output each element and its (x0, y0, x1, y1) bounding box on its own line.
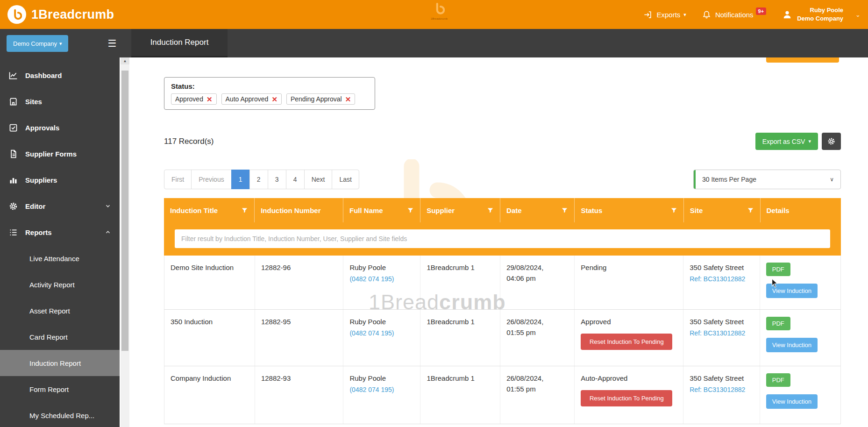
sidebar: Dashboard Sites Approvals Supplier Forms… (0, 57, 120, 427)
status-chip-pending-approval: Pending Approval ✕ (286, 93, 355, 105)
remove-chip-icon[interactable]: ✕ (345, 96, 351, 103)
cell-supplier: 1Breadcrumb 1 (420, 366, 500, 424)
pagination-page-3[interactable]: 3 (268, 170, 286, 189)
sidebar-item-asset-report[interactable]: Asset Report (0, 298, 120, 324)
tab-induction-report[interactable]: Induction Report (131, 29, 228, 57)
filter-icon[interactable] (241, 207, 248, 214)
remove-chip-icon[interactable]: ✕ (206, 96, 213, 103)
sidebar-item-sites[interactable]: Sites (0, 88, 120, 114)
sidebar-item-editor[interactable]: Editor (0, 193, 120, 219)
sidebar-item-form-report[interactable]: Form Report (0, 376, 120, 402)
pagination-page-1[interactable]: 1 (231, 170, 250, 189)
reset-induction-button[interactable]: Reset Induction To Pending (581, 390, 672, 407)
column-label: Site (690, 206, 703, 214)
column-date: Date (500, 198, 575, 222)
sidebar-item-live-attendance[interactable]: Live Attendance (0, 245, 120, 271)
site-ref-link[interactable]: Ref: BC313012882 (690, 328, 745, 338)
table-settings-button[interactable] (822, 133, 841, 150)
date-value: 26/08/2024, (506, 373, 568, 384)
chevron-down-icon: ∨ (830, 176, 834, 183)
brand-name: 1Breadcrumb (31, 7, 114, 22)
status-value: Pending (581, 263, 677, 273)
full-name: Ruby Poole (349, 263, 414, 273)
cell-site: 350 Safety Street Ref: BC313012882 (683, 256, 760, 309)
cell-site: 350 Safety Street Ref: BC313012882 (683, 366, 760, 424)
sidebar-item-reports[interactable]: Reports (0, 219, 120, 245)
pagination-first[interactable]: First (164, 170, 192, 189)
company-selector-label: Demo Company (13, 40, 57, 47)
sites-icon (8, 97, 18, 107)
sidebar-item-induction-report[interactable]: Induction Report (0, 350, 120, 376)
site-name: 350 Safety Street (690, 373, 754, 384)
sidebar-item-approvals[interactable]: Approvals (0, 114, 120, 141)
company-selector-button[interactable]: Demo Company ▾ (7, 35, 68, 52)
hamburger-menu-icon[interactable]: ☰ (105, 29, 120, 57)
pagination-next[interactable]: Next (304, 170, 333, 189)
items-per-page-select[interactable]: 30 Items Per Page ∨ (693, 170, 841, 189)
reset-induction-button[interactable]: Reset Induction To Pending (581, 334, 672, 350)
notifications-menu[interactable]: Notifications 9+ (702, 10, 766, 19)
pdf-button[interactable]: PDF (766, 263, 790, 276)
content-scrollbar-track[interactable]: ▲ (121, 57, 129, 427)
filter-icon[interactable] (747, 207, 754, 214)
pagination: First Previous 1 2 3 4 Next Last (164, 170, 359, 189)
full-name: Ruby Poole (349, 317, 414, 327)
suppliers-icon (8, 175, 18, 185)
column-full-name: Full Name (343, 198, 420, 222)
chip-label: Approved (175, 95, 203, 103)
sidebar-item-label: Editor (25, 202, 45, 210)
content-scrollbar-thumb[interactable] (121, 71, 128, 351)
export-csv-label: Export as CSV (762, 138, 805, 145)
column-induction-number: Induction Number (255, 198, 343, 222)
pagination-page-4[interactable]: 4 (286, 170, 305, 189)
sidebar-item-label: Suppliers (25, 176, 57, 184)
pagination-last[interactable]: Last (332, 170, 359, 189)
exports-menu[interactable]: Exports ▾ (643, 10, 686, 19)
pagination-previous[interactable]: Previous (191, 170, 231, 189)
view-induction-button[interactable]: View Induction (766, 338, 818, 352)
export-csv-button[interactable]: Export as CSV ▾ (755, 133, 818, 150)
sidebar-item-label: Supplier Forms (25, 150, 77, 158)
user-menu[interactable]: Ruby Poole Demo Company (782, 6, 843, 23)
status-filter-label: Status: (171, 82, 368, 90)
filter-icon[interactable] (561, 207, 568, 214)
sidebar-item-suppliers[interactable]: Suppliers (0, 167, 120, 193)
reports-icon (8, 228, 18, 237)
site-ref-link[interactable]: Ref: BC313012882 (690, 274, 745, 284)
filter-icon[interactable] (670, 207, 677, 214)
pdf-button[interactable]: PDF (766, 317, 790, 330)
phone-link[interactable]: (0482 074 195) (349, 328, 394, 338)
table-header-row: Induction Title Induction Number Full Na… (164, 198, 841, 222)
phone-link[interactable]: (0482 074 195) (349, 274, 394, 284)
date-value: 29/08/2024, (506, 263, 568, 273)
filter-icon[interactable] (487, 207, 494, 214)
approvals-icon (8, 123, 18, 133)
sidebar-item-supplier-forms[interactable]: Supplier Forms (0, 141, 120, 167)
sidebar-item-activity-report[interactable]: Activity Report (0, 271, 120, 298)
record-count: 117 Record(s) (164, 137, 213, 146)
items-per-page-value: 30 Items Per Page (702, 176, 756, 183)
sidebar-item-card-report[interactable]: Card Report (0, 324, 120, 350)
filter-icon[interactable] (407, 207, 414, 214)
induction-table: Induction Title Induction Number Full Na… (164, 198, 841, 424)
table-filter-input[interactable] (175, 229, 830, 248)
sidebar-item-my-scheduled-reports[interactable]: My Scheduled Rep... (0, 402, 120, 427)
clipped-action-button[interactable] (766, 57, 839, 63)
sidebar-item-label: Sites (25, 98, 42, 106)
column-induction-title: Induction Title (164, 198, 255, 222)
site-ref-link[interactable]: Ref: BC313012882 (690, 385, 745, 395)
account-chevron-down-icon[interactable]: ⌄ (855, 11, 861, 18)
sidebar-item-dashboard[interactable]: Dashboard (0, 62, 120, 88)
view-induction-button[interactable]: View Induction (766, 284, 818, 298)
pagination-page-2[interactable]: 2 (249, 170, 268, 189)
remove-chip-icon[interactable]: ✕ (271, 96, 277, 103)
pdf-button[interactable]: PDF (766, 373, 790, 387)
scrollbar-up-arrow[interactable]: ▲ (121, 57, 129, 64)
cell-date: 26/08/2024, 01:55 pm (500, 366, 575, 424)
phone-link[interactable]: (0482 074 195) (349, 385, 394, 395)
column-label: Induction Title (170, 206, 218, 214)
cell-site: 350 Safety Street Ref: BC313012882 (683, 310, 760, 366)
view-induction-button[interactable]: View Induction (766, 394, 818, 409)
sub-header: Demo Company ▾ ☰ Induction Report (0, 29, 868, 57)
cell-status: Approved Reset Induction To Pending (575, 310, 683, 366)
